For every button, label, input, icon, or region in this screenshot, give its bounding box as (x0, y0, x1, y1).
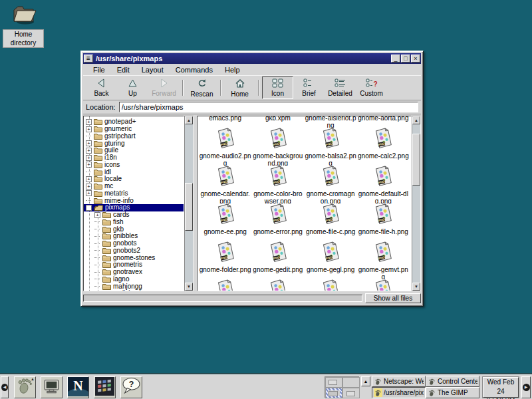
panel-clock[interactable]: Wed Feb 24 07:12 PM (483, 377, 519, 398)
file-item[interactable]: PNGgnome-cromagnon.png (305, 166, 357, 203)
file-item[interactable]: PNGgnome-gegl.png (305, 241, 357, 279)
file-item[interactable]: PNGgnome-calc2.png (357, 128, 410, 166)
task-button[interactable]: Control Center (426, 376, 479, 387)
expander-plus-icon[interactable]: + (86, 162, 92, 168)
expander-plus-icon[interactable]: + (86, 126, 92, 132)
tree-item-idl[interactable]: idl (84, 168, 184, 176)
tree-item-mahjongg[interactable]: mahjongg (84, 283, 184, 290)
tree-item-gnobots[interactable]: gnobots (84, 240, 184, 247)
tree-item-gnotepad+[interactable]: +gnotepad+ (84, 118, 184, 126)
file-item[interactable]: PNGgnome-gemvt.png (357, 241, 410, 279)
file-item-partial[interactable]: PNG (251, 279, 304, 291)
tree-item-gnumeric[interactable]: +gnumeric (84, 126, 184, 133)
tree-item-locale[interactable]: +locale (84, 176, 184, 183)
file-item[interactable]: PNGgnome-ee.png (199, 203, 251, 241)
expander-plus-icon[interactable]: + (86, 148, 92, 154)
tree-item-gnome-stones[interactable]: gnome-stones (84, 254, 184, 261)
toolbar-home-button[interactable]: Home (224, 76, 255, 99)
maximize-icon[interactable]: □ (401, 55, 410, 63)
location-input[interactable] (119, 102, 418, 112)
toolbar-forward-button[interactable]: Forward (148, 76, 180, 99)
file-item[interactable]: PNGgnome-error.png (251, 203, 304, 241)
toolbar-brief-button[interactable]: Brief (293, 76, 325, 99)
icon-view-scrollbar-thumb[interactable] (412, 134, 420, 186)
scroll-down-icon[interactable]: ▼ (412, 283, 420, 291)
tree-item-gkb[interactable]: gkb (84, 225, 184, 233)
scroll-down-icon[interactable]: ▼ (185, 283, 193, 291)
minimize-icon[interactable]: _ (391, 55, 400, 63)
file-item[interactable]: PNGemacs.png (199, 116, 251, 128)
launcher-help-button[interactable]: ? (120, 376, 142, 398)
file-item-partial[interactable]: PNG (199, 279, 251, 291)
menu-file[interactable]: File (87, 65, 111, 74)
toolbar-back-button[interactable]: Back (86, 76, 117, 99)
launcher-netscape-button[interactable]: N (67, 376, 89, 398)
tasklist-expand-icon[interactable]: ▲ (361, 376, 370, 386)
tree-item-metatris[interactable]: +metatris (84, 190, 184, 198)
file-item[interactable]: PNGgnome-calendar.png (199, 166, 251, 203)
workspace-1[interactable] (325, 377, 342, 388)
tree-item-gnometris[interactable]: gnometris (84, 261, 184, 269)
toolbar-detailed-button[interactable]: Detailed (325, 76, 356, 99)
expander-plus-icon[interactable]: + (86, 176, 92, 182)
menu-edit[interactable]: Edit (111, 65, 136, 74)
workspace-3-active[interactable] (325, 388, 342, 398)
file-item[interactable]: PNGgnome-file-c.png (305, 203, 357, 241)
expander-plus-icon[interactable]: + (86, 155, 92, 161)
file-item[interactable]: PNGgnome-color-browser.png (251, 166, 304, 203)
show-all-files-button[interactable]: Show all files (365, 293, 421, 303)
expander-plus-icon[interactable]: + (86, 140, 92, 146)
tree-item-pixmaps[interactable]: −pixmaps (84, 204, 184, 211)
toolbar-icon-button[interactable]: Icon (262, 76, 293, 99)
file-item-partial[interactable]: PNG (305, 279, 357, 291)
launcher-main-menu-button[interactable]: ▲ (14, 376, 36, 398)
tree-item-mc[interactable]: +mc (84, 183, 184, 190)
file-item[interactable]: PNGgnome-balsa2.png (305, 128, 357, 166)
menu-commands[interactable]: Commands (170, 65, 219, 74)
file-item[interactable]: PNGgnome-default-dlg.png (357, 166, 410, 203)
task-button[interactable]: Netscape: Welc... (372, 376, 426, 387)
task-button[interactable]: /usr/share/pixm... (372, 387, 426, 398)
tree-scrollbar-thumb[interactable] (185, 183, 193, 231)
workspace-pager[interactable] (325, 376, 359, 398)
menu-help[interactable]: Help (219, 65, 246, 74)
tree-item-gturing[interactable]: +gturing (84, 140, 184, 147)
tree-item-fish[interactable]: fish (84, 219, 184, 226)
toolbar-up-button[interactable]: Up (117, 76, 148, 99)
window-menu-icon[interactable]: ≡ (84, 55, 93, 63)
tree-item-guile[interactable]: +guile (84, 147, 184, 154)
toolbar-rescan-button[interactable]: Rescan (186, 76, 217, 99)
icon-view-scrollbar[interactable]: ▲ ▼ (412, 116, 421, 291)
file-item[interactable]: PNGgnome-file-h.png (357, 203, 410, 241)
home-directory-desktop-icon[interactable]: Home directory (3, 1, 44, 48)
file-item-partial[interactable]: PNG (357, 279, 410, 291)
tree-item-cards[interactable]: +cards (84, 211, 184, 219)
expander-plus-icon[interactable]: + (86, 190, 92, 196)
menu-layout[interactable]: Layout (136, 65, 170, 74)
tree-item-iagno[interactable]: iagno (84, 276, 184, 283)
tree-scrollbar[interactable]: ▲ ▼ (184, 116, 194, 291)
tree-item-gnotravex[interactable]: gnotravex (84, 269, 184, 276)
title-bar[interactable]: ≡ /usr/share/pixmaps _ □ × (83, 53, 421, 64)
panel-hide-right-button[interactable]: ▶ (521, 376, 531, 398)
tree-item-i18n[interactable]: +i18n (84, 154, 184, 162)
tree-item-mailcheck[interactable]: mailcheck (84, 290, 184, 291)
expander-plus-icon[interactable]: + (86, 119, 92, 125)
tree-item-gnobots2[interactable]: gnobots2 (84, 247, 184, 255)
tree-item-gstripchart[interactable]: gstripchart (84, 133, 184, 140)
file-item[interactable]: PNGgkb.xpm (251, 116, 304, 128)
launcher-keypad-button[interactable] (94, 376, 116, 398)
expander-plus-icon[interactable]: + (94, 212, 100, 218)
launcher-terminal-button[interactable] (41, 376, 63, 398)
task-button[interactable]: The GIMP (426, 387, 479, 398)
file-item[interactable]: PNGgnome-background.png (251, 128, 304, 166)
tree-item-gnibbles[interactable]: gnibbles (84, 233, 184, 240)
tree-item-mime-info[interactable]: mime-info (84, 197, 184, 204)
file-item[interactable]: PNGgnome-gedit.png (251, 241, 304, 279)
close-icon[interactable]: × (411, 55, 420, 63)
file-item[interactable]: PNGgnome-aorta.png (357, 116, 410, 128)
workspace-2[interactable] (342, 377, 360, 388)
panel-hide-left-button[interactable]: ◀ (1, 376, 9, 398)
file-item[interactable]: PNGgnome-aisleriot.png (305, 116, 357, 128)
workspace-4[interactable] (342, 388, 360, 398)
